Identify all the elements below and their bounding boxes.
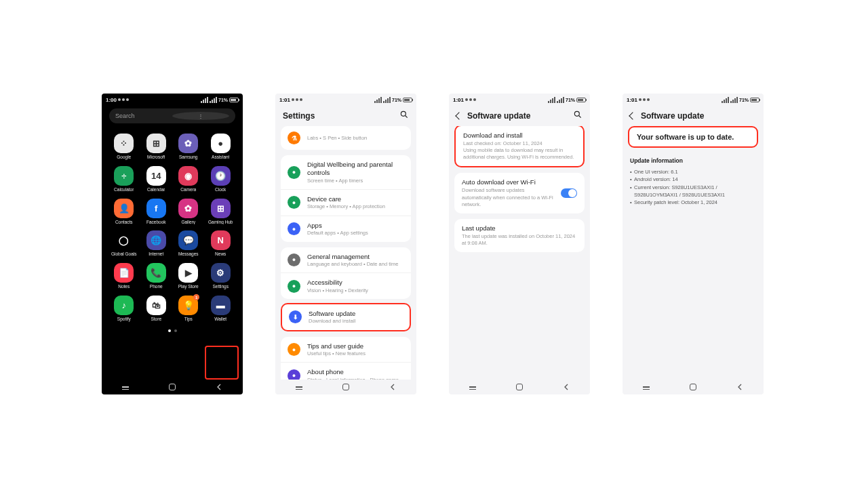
app-settings[interactable]: ⚙Settings	[205, 263, 237, 289]
app-gaming-hub[interactable]: ⊞Gaming Hub	[205, 199, 237, 225]
settings-row[interactable]: ●Tips and user guideUseful tips • New fe…	[281, 337, 411, 363]
app-calculator[interactable]: ÷Calculator	[108, 166, 140, 192]
settings-row[interactable]: ●About phoneStatus • Legal information •…	[281, 362, 411, 380]
row-title: Device care	[307, 195, 404, 203]
back-button[interactable]	[216, 384, 222, 390]
search-icon[interactable]	[399, 110, 409, 122]
row-sub: Useful tips • New features	[307, 350, 404, 357]
page-dots[interactable]	[102, 329, 243, 332]
status-bar: 1:01 71%	[623, 94, 764, 106]
row-icon: ●	[288, 222, 300, 235]
back-icon[interactable]	[629, 112, 636, 119]
app-news[interactable]: NNews	[205, 230, 237, 257]
app-label: News	[215, 252, 226, 257]
home-button[interactable]	[690, 384, 696, 390]
row-title: Software update	[309, 310, 403, 318]
app-gallery[interactable]: ✿Gallery	[172, 199, 205, 225]
app-label: Spotify	[117, 317, 131, 322]
notes-icon: 📄	[114, 263, 134, 283]
search-icon[interactable]	[573, 110, 583, 122]
app-store[interactable]: 🛍Store	[140, 296, 173, 322]
settings-row[interactable]: ●AccessibilityVision • Hearing • Dexteri…	[281, 272, 411, 299]
app-play-store[interactable]: ▶Play Store	[172, 263, 205, 289]
back-button[interactable]	[563, 384, 570, 390]
app-assistant[interactable]: ●Assistant	[205, 134, 237, 160]
app-label: Internet	[149, 252, 163, 257]
settings-row[interactable]: ⚗Labs • S Pen • Side button	[281, 126, 411, 150]
settings-row[interactable]: ●Digital Wellbeing and parental controls…	[281, 155, 411, 189]
app-notes[interactable]: 📄Notes	[108, 263, 140, 289]
app-microsoft[interactable]: ⊞Microsoft	[140, 134, 173, 160]
samsung-icon: ✿	[178, 134, 198, 153]
recents-button[interactable]	[296, 386, 302, 388]
row-sub: Status • Legal information • Phone name	[307, 377, 404, 380]
auto-download-item[interactable]: Auto download over Wi-Fi Download softwa…	[454, 173, 585, 213]
svg-line-3	[579, 116, 581, 118]
home-button[interactable]	[516, 384, 523, 390]
app-contacts[interactable]: 👤Contacts	[108, 199, 140, 225]
app-facebook[interactable]: fFacebook	[140, 199, 173, 225]
row-sub: Download and install	[309, 318, 403, 324]
app-samsung[interactable]: ✿Samsung	[172, 134, 205, 160]
app-global-goals[interactable]: ◯Global Goals	[108, 230, 140, 257]
up-to-date-banner: Your software is up to date.	[628, 126, 758, 148]
update-info: Update information One UI version: 6.1An…	[623, 153, 764, 206]
svg-point-2	[574, 111, 579, 116]
app-messages[interactable]: 💬Messages	[172, 230, 205, 257]
row-title: Apps	[307, 222, 404, 230]
toggle-on[interactable]	[561, 188, 577, 198]
google-icon: ⁘	[114, 134, 134, 153]
app-phone[interactable]: 📞Phone	[140, 263, 173, 289]
assistant-icon: ●	[211, 134, 231, 153]
signal-icon	[730, 97, 738, 103]
recents-button[interactable]	[643, 386, 650, 388]
settings-row[interactable]: ●AppsDefault apps • App settings	[281, 216, 411, 242]
status-bar: 1:00 71%	[102, 94, 243, 106]
back-button[interactable]	[389, 384, 396, 390]
nav-bar	[623, 380, 764, 394]
software-update-row[interactable]: ⬇Software updateDownload and install	[281, 303, 411, 331]
app-camera[interactable]: ◉Camera	[172, 166, 205, 192]
app-wallet[interactable]: ▬Wallet	[205, 296, 237, 322]
home-button[interactable]	[342, 384, 349, 390]
settings-row[interactable]: ●General managementLanguage and keyboard…	[281, 247, 411, 273]
app-label: Contacts	[115, 220, 133, 225]
app-internet[interactable]: 🌐Internet	[140, 230, 173, 257]
app-google[interactable]: ⁘Google	[108, 134, 140, 160]
app-label: Camera	[180, 188, 196, 192]
play-store-icon: ▶	[178, 263, 198, 283]
signal-icon	[210, 97, 217, 103]
item-title: Auto download over Wi-Fi	[462, 178, 555, 186]
back-button[interactable]	[736, 384, 743, 390]
search-bar[interactable]: Search ⋮	[109, 108, 235, 123]
app-label: Assistant	[212, 155, 229, 160]
signal-icon	[374, 97, 382, 103]
battery-pct: 71%	[739, 98, 749, 102]
row-icon: ⚗	[288, 131, 300, 144]
download-install-item[interactable]: Download and install Last checked on: Oc…	[454, 126, 585, 167]
row-title: Digital Wellbeing and parental controls	[307, 161, 404, 178]
tips-icon: 💡1	[178, 296, 198, 315]
camera-icon: ◉	[178, 166, 198, 186]
app-tips[interactable]: 💡1Tips	[172, 296, 205, 322]
battery-pct: 71%	[566, 98, 575, 102]
app-clock[interactable]: 🕐Clock	[205, 166, 237, 192]
app-spotify[interactable]: ♪Spotify	[108, 296, 140, 322]
app-label: Microsoft	[147, 155, 165, 160]
highlight-settings	[205, 346, 239, 380]
app-calendar[interactable]: 14Calendar	[140, 166, 173, 192]
recents-button[interactable]	[122, 386, 129, 388]
app-label: Global Goals	[111, 252, 137, 257]
notif-icon	[118, 98, 121, 101]
settings-row[interactable]: ●Device careStorage • Memory • App prote…	[281, 189, 411, 216]
info-item: Android version: 14	[630, 176, 756, 183]
last-update-item[interactable]: Last update The last update was installe…	[454, 219, 585, 252]
home-button[interactable]	[169, 384, 176, 390]
back-icon[interactable]	[455, 112, 462, 119]
app-label: Play Store	[178, 285, 199, 289]
row-sub: Labs • S Pen • Side button	[307, 135, 404, 141]
more-icon[interactable]: ⋮	[172, 112, 229, 120]
item-sub: Download software updates automatically …	[462, 187, 555, 207]
battery-icon	[576, 98, 586, 102]
recents-button[interactable]	[469, 386, 476, 388]
